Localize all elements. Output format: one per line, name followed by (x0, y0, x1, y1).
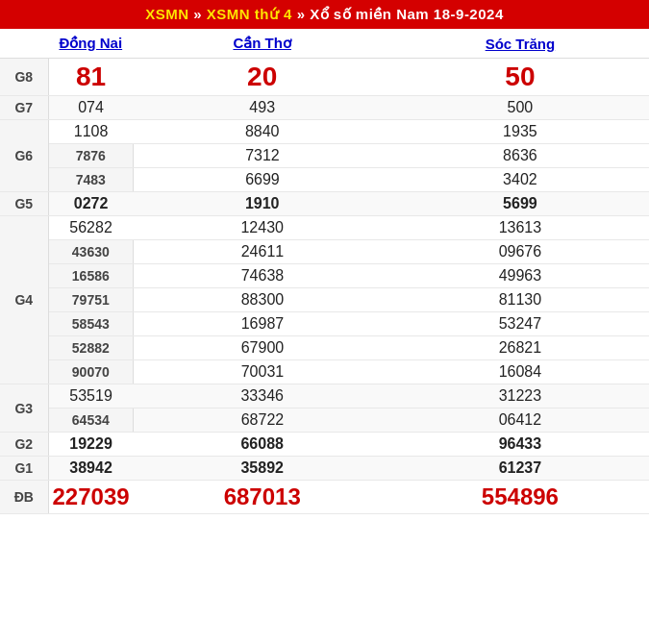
prize-value: 227039 (48, 481, 134, 514)
prize-value: 554896 (391, 481, 649, 514)
table-row: G7074493500 (0, 96, 649, 120)
prize-value: 8840 (134, 120, 391, 144)
prize-value: 88300 (134, 288, 391, 312)
prize-value: 79751 (48, 288, 134, 312)
prize-label: G6 (0, 120, 48, 192)
prize-value: 1935 (391, 120, 649, 144)
sub-title: XSMN thứ 4 (207, 6, 292, 22)
table-row: G5027219105699 (0, 192, 649, 216)
prize-value: 66088 (134, 433, 391, 457)
table-row: 748366993402 (0, 168, 649, 192)
prize-value: 500 (391, 96, 649, 120)
prize-value: 81130 (391, 288, 649, 312)
table-row: G4562821243013613 (0, 216, 649, 240)
prize-value: 50 (391, 59, 649, 96)
prize-value: 19229 (48, 433, 134, 457)
table-row: 787673128636 (0, 144, 649, 168)
prize-value: 16586 (48, 264, 134, 288)
prize-value: 90070 (48, 360, 134, 384)
lottery-table-wrap: Đồng Nai Cần Thơ Sóc Trăng G8812050G7074… (0, 29, 649, 514)
table-row: 900707003116084 (0, 360, 649, 384)
prize-value: 81 (48, 59, 134, 96)
prize-value: 53247 (391, 312, 649, 336)
prize-value: 96433 (391, 433, 649, 457)
prize-value: 33346 (134, 384, 391, 409)
table-row: 645346872206412 (0, 409, 649, 433)
prize-value: 58543 (48, 312, 134, 336)
prize-value: 74638 (134, 264, 391, 288)
prize-value: 7876 (48, 144, 134, 168)
prize-value: 3402 (391, 168, 649, 192)
prize-value: 687013 (134, 481, 391, 514)
table-row: G3535193334631223 (0, 384, 649, 409)
prize-value: 49963 (391, 264, 649, 288)
prize-value: 09676 (391, 240, 649, 264)
table-row: G6110888401935 (0, 120, 649, 144)
prize-label: G7 (0, 96, 48, 120)
col-soctrang: Sóc Trăng (391, 29, 649, 59)
lottery-table: Đồng Nai Cần Thơ Sóc Trăng G8812050G7074… (0, 29, 649, 514)
arrow2: » (297, 6, 311, 22)
prize-value: 1108 (48, 120, 134, 144)
prize-value: 38942 (48, 457, 134, 481)
prize-value: 24611 (134, 240, 391, 264)
main-title: Xổ số miền Nam 18-9-2024 (310, 6, 504, 22)
table-row: 436302461109676 (0, 240, 649, 264)
prize-value: 0272 (48, 192, 134, 216)
prize-label: G2 (0, 433, 48, 457)
prize-value: 074 (48, 96, 134, 120)
col-label (0, 29, 48, 59)
table-row: G8812050 (0, 59, 649, 96)
table-row: ĐB227039687013554896 (0, 481, 649, 514)
col-cantho: Cần Thơ (134, 29, 391, 59)
prize-value: 20 (134, 59, 391, 96)
prize-value: 1910 (134, 192, 391, 216)
prize-value: 64534 (48, 409, 134, 433)
prize-value: 43630 (48, 240, 134, 264)
prize-value: 16987 (134, 312, 391, 336)
prize-label: G4 (0, 216, 48, 384)
prize-value: 31223 (391, 384, 649, 409)
table-row: G1389423589261237 (0, 457, 649, 481)
header: XSMN » XSMN thứ 4 » Xổ số miền Nam 18-9-… (0, 0, 649, 29)
prize-value: 61237 (391, 457, 649, 481)
prize-value: 26821 (391, 336, 649, 360)
prize-value: 5699 (391, 192, 649, 216)
prize-value: 52882 (48, 336, 134, 360)
table-row: 528826790026821 (0, 336, 649, 360)
prize-value: 68722 (134, 409, 391, 433)
prize-value: 8636 (391, 144, 649, 168)
table-row: 797518830081130 (0, 288, 649, 312)
prize-label: G5 (0, 192, 48, 216)
prize-value: 7483 (48, 168, 134, 192)
table-row: 165867463849963 (0, 264, 649, 288)
prize-label: G3 (0, 384, 48, 433)
prize-value: 493 (134, 96, 391, 120)
table-row: G2192296608896433 (0, 433, 649, 457)
prize-label: ĐB (0, 481, 48, 514)
prize-value: 6699 (134, 168, 391, 192)
prize-value: 35892 (134, 457, 391, 481)
prize-value: 7312 (134, 144, 391, 168)
prize-label: G1 (0, 457, 48, 481)
prize-value: 16084 (391, 360, 649, 384)
brand: XSMN (145, 6, 188, 22)
arrow1: » (193, 6, 207, 22)
table-row: 585431698753247 (0, 312, 649, 336)
prize-value: 06412 (391, 409, 649, 433)
prize-value: 70031 (134, 360, 391, 384)
col-dongnai: Đồng Nai (48, 29, 134, 59)
prize-value: 56282 (48, 216, 134, 240)
prize-value: 67900 (134, 336, 391, 360)
prize-label: G8 (0, 59, 48, 96)
prize-value: 13613 (391, 216, 649, 240)
prize-value: 53519 (48, 384, 134, 409)
prize-value: 12430 (134, 216, 391, 240)
